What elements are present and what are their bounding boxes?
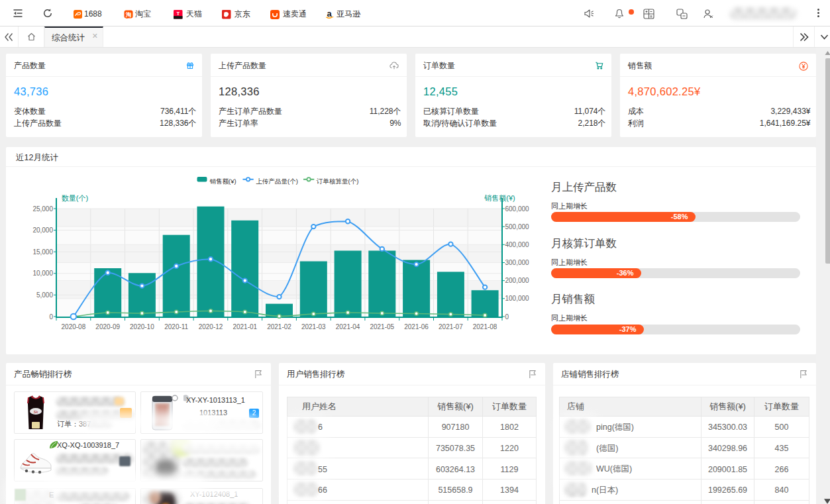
svg-text:2021-04: 2021-04 [336,323,360,330]
svg-text:0: 0 [49,313,53,321]
svg-text:2021-01: 2021-01 [233,323,257,330]
svg-text:数量(个): 数量(个) [62,194,88,202]
svg-text:5,000: 5,000 [36,291,53,299]
svg-text:15,000: 15,000 [32,248,53,256]
svg-text:2021-03: 2021-03 [301,323,326,330]
svg-text:300,000: 300,000 [505,259,530,266]
svg-text:2020-10: 2020-10 [130,323,154,330]
svg-text:2020-08: 2020-08 [62,323,86,330]
svg-text:100,000: 100,000 [505,295,530,302]
svg-text:25,000: 25,000 [32,205,53,213]
svg-text:订单核算量(个): 订单核算量(个) [316,177,358,185]
svg-text:上传产品量(个): 上传产品量(个) [256,177,298,185]
svg-text:500,000: 500,000 [505,223,530,230]
svg-text:Sk: Sk [33,410,38,414]
svg-text:20,000: 20,000 [32,227,53,234]
svg-text:10,000: 10,000 [32,270,53,277]
svg-text:200,000: 200,000 [505,277,530,284]
svg-text:销售额(¥): 销售额(¥) [210,177,236,185]
svg-text:2021-05: 2021-05 [370,323,394,330]
svg-text:600,000: 600,000 [505,205,530,213]
svg-text:2020-09: 2020-09 [95,323,120,330]
svg-text:销售额(¥): 销售额(¥) [484,194,515,202]
svg-text:2021-06: 2021-06 [404,323,429,330]
svg-text:2021-08: 2021-08 [473,323,497,330]
svg-text:2020-11: 2020-11 [164,323,188,330]
svg-text:T: T [176,11,180,17]
svg-text:2020-12: 2020-12 [199,323,223,330]
svg-text:400,000: 400,000 [505,241,530,248]
svg-text:0: 0 [505,313,509,321]
svg-text:2021-02: 2021-02 [267,323,291,330]
svg-text:淘: 淘 [125,11,132,18]
svg-text:2021-07: 2021-07 [439,323,463,330]
